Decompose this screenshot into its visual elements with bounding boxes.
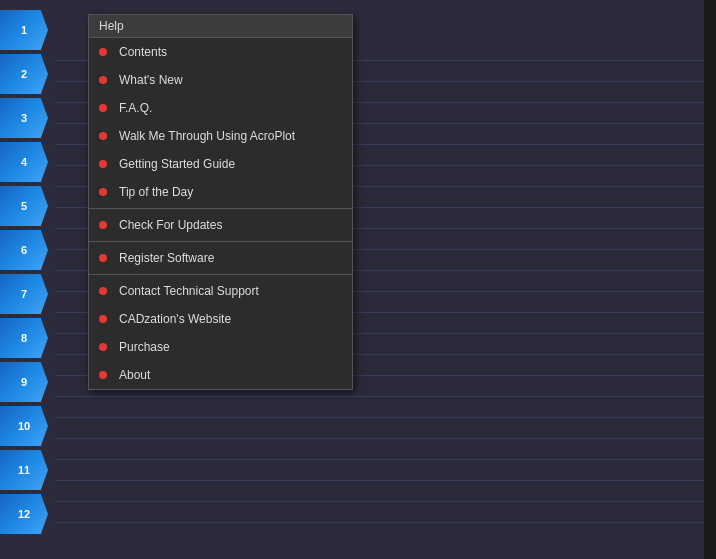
flag-tab-10[interactable]: 10 — [0, 406, 48, 446]
flag-tab-11[interactable]: 11 — [0, 450, 48, 490]
divider-1 — [89, 208, 352, 209]
menu-item-register[interactable]: Register Software — [89, 244, 352, 272]
menu-label-getting-started: Getting Started Guide — [119, 157, 235, 171]
dot-icon — [99, 132, 107, 140]
menu-item-getting-started[interactable]: Getting Started Guide — [89, 150, 352, 178]
dot-icon — [99, 160, 107, 168]
flag-tab-7[interactable]: 7 — [0, 274, 48, 314]
flag-tab-6[interactable]: 6 — [0, 230, 48, 270]
flag-tab-8[interactable]: 8 — [0, 318, 48, 358]
flag-tab-2[interactable]: 2 — [0, 54, 48, 94]
menu-label-cadzation-website: CADzation's Website — [119, 312, 231, 326]
menu-item-contents[interactable]: Contents — [89, 38, 352, 66]
dot-icon — [99, 343, 107, 351]
menu-item-check-updates[interactable]: Check For Updates — [89, 211, 352, 239]
dot-icon — [99, 104, 107, 112]
dot-icon — [99, 315, 107, 323]
dot-icon — [99, 76, 107, 84]
flag-tab-5[interactable]: 5 — [0, 186, 48, 226]
divider-3 — [89, 274, 352, 275]
help-menu: Help Contents What's New F.A.Q. Walk Me … — [88, 14, 353, 390]
flag-tabs-container: 123456789101112 — [0, 10, 48, 534]
dot-icon — [99, 48, 107, 56]
menu-item-contact-support[interactable]: Contact Technical Support — [89, 277, 352, 305]
divider-2 — [89, 241, 352, 242]
menu-item-whats-new[interactable]: What's New — [89, 66, 352, 94]
menu-item-about[interactable]: About — [89, 361, 352, 389]
menu-label-contact-support: Contact Technical Support — [119, 284, 259, 298]
menu-label-walk-me-through: Walk Me Through Using AcroPlot — [119, 129, 295, 143]
menu-label-check-updates: Check For Updates — [119, 218, 222, 232]
menu-item-cadzation-website[interactable]: CADzation's Website — [89, 305, 352, 333]
menu-item-tip-of-day[interactable]: Tip of the Day — [89, 178, 352, 206]
menu-label-tip-of-day: Tip of the Day — [119, 185, 193, 199]
app-scrollbar[interactable] — [704, 0, 716, 559]
flag-tab-1[interactable]: 1 — [0, 10, 48, 50]
dot-icon — [99, 371, 107, 379]
menu-label-about: About — [119, 368, 150, 382]
dot-icon — [99, 287, 107, 295]
menu-item-faq[interactable]: F.A.Q. — [89, 94, 352, 122]
menu-label-register: Register Software — [119, 251, 214, 265]
menu-label-purchase: Purchase — [119, 340, 170, 354]
flag-tab-3[interactable]: 3 — [0, 98, 48, 138]
flag-tab-4[interactable]: 4 — [0, 142, 48, 182]
menu-label-contents: Contents — [119, 45, 167, 59]
dot-icon — [99, 254, 107, 262]
dot-icon — [99, 188, 107, 196]
menu-label-faq: F.A.Q. — [119, 101, 152, 115]
flag-tab-12[interactable]: 12 — [0, 494, 48, 534]
menu-item-walk-me-through[interactable]: Walk Me Through Using AcroPlot — [89, 122, 352, 150]
menu-title: Help — [89, 15, 352, 38]
menu-label-whats-new: What's New — [119, 73, 183, 87]
menu-title-text: Help — [99, 19, 124, 33]
dot-icon — [99, 221, 107, 229]
flag-tab-9[interactable]: 9 — [0, 362, 48, 402]
menu-item-purchase[interactable]: Purchase — [89, 333, 352, 361]
